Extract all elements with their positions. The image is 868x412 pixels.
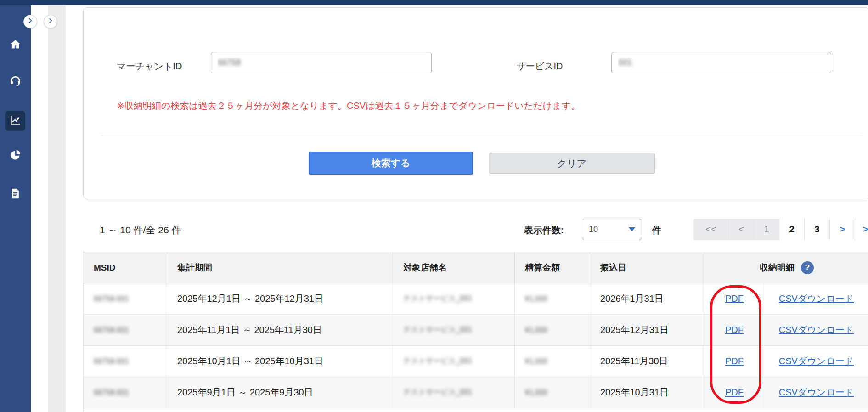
pdf-link[interactable]: PDF (725, 356, 744, 367)
store-cell: テストサービス_001 (393, 377, 515, 408)
csv-cell: CSVダウンロード (764, 377, 868, 408)
period-cell: 2025年9月1日 ～ 2025年9月30日 (167, 377, 393, 408)
sidebar-item-support[interactable] (5, 71, 25, 91)
pdf-link[interactable]: PDF (725, 325, 744, 335)
merchant-settlement-page: マーチャントID サービスID ※収納明細の検索は過去２５ヶ月分が対象となります… (0, 0, 868, 412)
transfer-date-cell: 2025年11月30日 (590, 346, 705, 377)
results-summary: 1 ～ 10 件/全 26 件 (100, 224, 181, 237)
table-row: 66758-001 2025年12月1日 ～ 2025年12月31日 テストサー… (84, 283, 868, 315)
pagination-prev[interactable]: < (729, 219, 754, 240)
headset-icon (9, 74, 22, 89)
pagination-page-1[interactable]: 1 (754, 219, 779, 240)
pagination-first[interactable]: << (693, 219, 729, 240)
top-bar (0, 0, 868, 5)
csv-download-link[interactable]: CSVダウンロード (779, 355, 854, 367)
header-transfer-date: 振込日 (590, 252, 705, 283)
csv-cell: CSVダウンロード (764, 346, 868, 377)
period-cell: 2025年11月1日 ～ 2025年11月30日 (167, 315, 393, 345)
amount-cell: ¥1,000 (515, 346, 590, 377)
per-page-label: 表示件数: (524, 224, 564, 237)
page-background-rail (48, 5, 66, 412)
csv-cell: CSVダウンロード (764, 315, 868, 345)
pagination-next[interactable]: > (830, 219, 855, 240)
pagination: << < 1 2 3 > >> (693, 219, 868, 240)
settlement-table: MSID 集計期間 対象店舗名 精算金額 振込日 収納明細 ? 66758-00… (83, 252, 868, 412)
period-cell: 2025年10月1日 ～ 2025年10月31日 (167, 346, 393, 377)
csv-download-link[interactable]: CSVダウンロード (779, 293, 854, 305)
sidebar-item-analytics[interactable] (5, 111, 25, 131)
help-icon[interactable]: ? (801, 261, 814, 274)
pagination-page-3[interactable]: 3 (805, 219, 830, 240)
store-cell: テストサービス_001 (393, 315, 515, 345)
service-id-label: サービスID (516, 60, 563, 73)
table-header-row: MSID 集計期間 対象店舗名 精算金額 振込日 収納明細 ? (84, 252, 868, 283)
subnav-expand-toggle[interactable] (44, 15, 57, 28)
search-form-panel: マーチャントID サービスID ※収納明細の検索は過去２５ヶ月分が対象となります… (83, 7, 868, 199)
sidebar-item-home[interactable] (5, 35, 25, 55)
home-icon (9, 38, 22, 52)
pdf-cell: PDF (705, 315, 764, 345)
csv-download-link[interactable]: CSVダウンロード (779, 386, 854, 399)
header-store: 対象店舗名 (393, 252, 515, 283)
period-cell: 2025年12月1日 ～ 2025年12月31日 (167, 283, 393, 314)
pdf-cell: PDF (705, 346, 764, 377)
pdf-cell: PDF (705, 377, 764, 408)
pdf-cell: PDF (705, 283, 764, 314)
merchant-id-input[interactable] (211, 52, 432, 73)
transfer-date-cell: 2025年12月31日 (590, 315, 705, 345)
merchant-id-label: マーチャントID (117, 60, 182, 73)
amount-cell: ¥1,000 (515, 283, 590, 314)
msid-cell: 66758-001 (84, 283, 167, 314)
pie-chart-icon (9, 149, 22, 163)
amount-cell: ¥1,000 (515, 315, 590, 345)
chevron-right-icon (47, 17, 54, 26)
service-id-input[interactable] (611, 52, 831, 73)
collapsed-subnav-rail (31, 5, 48, 412)
per-page-value: 10 (589, 225, 598, 234)
search-range-notice: ※収納明細の検索は過去２５ヶ月分が対象となります。CSVは過去１５ヶ月分までダウ… (117, 100, 580, 112)
msid-cell: 66758-001 (84, 377, 167, 408)
transfer-date-cell: 2025年10月31日 (590, 377, 705, 408)
header-statement: 収納明細 ? (705, 252, 868, 283)
search-button[interactable]: 検索する (309, 152, 473, 175)
header-period: 集計期間 (167, 252, 393, 283)
msid-cell: 66758-001 (84, 315, 167, 345)
transfer-date-cell: 2026年1月31日 (590, 283, 705, 314)
sidebar (0, 5, 31, 412)
sidebar-item-documents[interactable] (5, 184, 25, 204)
clear-button[interactable]: クリア (489, 153, 655, 174)
chevron-down-icon (629, 227, 635, 231)
line-chart-icon (9, 114, 22, 128)
document-icon (9, 187, 22, 202)
sidebar-item-reports[interactable] (5, 146, 25, 166)
store-cell: テストサービス_001 (393, 283, 515, 314)
pdf-link[interactable]: PDF (725, 293, 744, 304)
header-amount: 精算金額 (515, 252, 590, 283)
sidebar-expand-toggle[interactable] (23, 15, 37, 28)
table-row: 66758-001 2025年10月1日 ～ 2025年10月31日 テストサー… (84, 346, 868, 377)
amount-cell: ¥1,000 (515, 377, 590, 408)
chevron-right-icon (27, 17, 34, 26)
table-row: 66758-001 2025年11月1日 ～ 2025年11月30日 テストサー… (84, 315, 868, 346)
per-page-unit: 件 (652, 224, 661, 237)
header-msid: MSID (84, 252, 167, 283)
pdf-link[interactable]: PDF (725, 387, 744, 398)
table-row: 66758-001 2025年9月1日 ～ 2025年9月30日 テストサービス… (84, 377, 868, 408)
per-page-select[interactable]: 10 (582, 219, 642, 240)
panel-divider (100, 135, 863, 135)
csv-cell: CSVダウンロード (764, 283, 868, 314)
table-row-partial (84, 408, 868, 412)
csv-download-link[interactable]: CSVダウンロード (779, 324, 854, 336)
store-cell: テストサービス_001 (393, 346, 515, 377)
msid-cell: 66758-001 (84, 346, 167, 377)
pagination-page-2[interactable]: 2 (779, 219, 805, 240)
pagination-last[interactable]: >> (855, 219, 868, 240)
